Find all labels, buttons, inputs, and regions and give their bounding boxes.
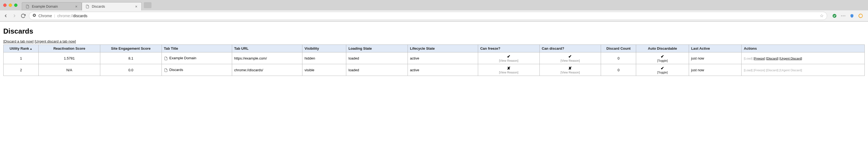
tab-strip: Example Domain × Discards ×	[22, 0, 152, 10]
tab-example-domain[interactable]: Example Domain ×	[22, 2, 82, 10]
tab-title-text: Example Domain	[169, 56, 196, 60]
col-can-freeze[interactable]: Can freeze?	[478, 45, 539, 52]
check-icon: ✔	[638, 66, 687, 71]
urgent-discard-action[interactable]: [Urgent Discard]	[779, 57, 802, 60]
col-tab-title[interactable]: Tab Title	[161, 45, 232, 52]
cell-last-active: just now	[689, 52, 742, 64]
window-minimize-button[interactable]	[9, 4, 12, 7]
extension-icon[interactable]	[832, 14, 837, 18]
window-close-button[interactable]	[3, 4, 6, 7]
discard-tab-now-link[interactable]: [Discard a tab now]	[3, 39, 33, 44]
top-actions: [Discard a tab now] [Urgent discard a ta…	[3, 39, 865, 44]
cell-discard-count: 0	[601, 64, 636, 76]
load-action: [Load]	[744, 69, 752, 72]
cell-can-freeze: ✘[View Reason]	[478, 64, 539, 76]
urgent-discard-tab-now-link[interactable]: [Urgent discard a tab now]	[35, 39, 76, 44]
back-button[interactable]	[3, 13, 9, 19]
view-reason-link[interactable]: [View Reason]	[542, 59, 599, 62]
cell-rank: 2	[4, 64, 39, 76]
svg-point-5	[844, 15, 845, 17]
toggle-link[interactable]: [Toggle]	[638, 71, 687, 74]
cell-visibility: hidden	[302, 52, 346, 64]
check-icon: ✔	[638, 54, 687, 59]
cell-tab-url: https://example.com/	[232, 52, 302, 64]
cell-engagement: 0.0	[100, 64, 161, 76]
col-auto-discardable[interactable]: Auto Discardable	[636, 45, 689, 52]
window-maximize-button[interactable]	[14, 4, 18, 7]
document-icon	[25, 4, 30, 9]
col-can-discard[interactable]: Can discard?	[539, 45, 601, 52]
tab-label: Example Domain	[32, 5, 58, 8]
cell-tab-url: chrome://discards/	[232, 64, 302, 76]
cell-can-discard: ✔[View Reason]	[539, 52, 601, 64]
bookmark-star-icon[interactable]: ☆	[820, 13, 824, 18]
cross-icon: ✘	[480, 66, 537, 71]
table-header-row: Utility Rank▲ Reactivation Score Site En…	[4, 45, 865, 52]
view-reason-link[interactable]: [View Reason]	[542, 71, 599, 74]
extension-icons	[830, 14, 865, 18]
cell-loading-state: loaded	[346, 64, 408, 76]
cell-discard-count: 0	[601, 52, 636, 64]
cell-auto-discardable: ✔[Toggle]	[636, 64, 689, 76]
cross-icon: ✘	[542, 66, 599, 71]
url-path: discards	[73, 14, 88, 18]
cell-visibility: visible	[302, 64, 346, 76]
col-actions[interactable]: Actions	[742, 45, 865, 52]
address-bar[interactable]: Chrome | chrome://discards ☆	[29, 12, 827, 20]
discard-action[interactable]: [Discard]	[766, 57, 778, 60]
page-content: Discards [Discard a tab now] [Urgent dis…	[0, 22, 868, 79]
col-site-engagement-score[interactable]: Site Engagement Score	[100, 45, 161, 52]
cell-auto-discardable: ✔[Toggle]	[636, 52, 689, 64]
forward-button[interactable]	[11, 13, 18, 19]
view-reason-link[interactable]: [View Reason]	[480, 59, 537, 62]
cell-actions: [Load] [Freeze] [Discard] [Urgent Discar…	[742, 64, 865, 76]
view-reason-link[interactable]: [View Reason]	[480, 71, 537, 74]
document-icon	[164, 56, 169, 60]
tab-title-text: Discards	[169, 68, 183, 72]
cell-lifecycle-state: active	[408, 52, 478, 64]
col-last-active[interactable]: Last Active	[689, 45, 742, 52]
extension-icon[interactable]	[841, 14, 846, 18]
svg-point-1	[34, 15, 35, 16]
col-tab-url[interactable]: Tab URL	[232, 45, 302, 52]
col-loading-state[interactable]: Loading State	[346, 45, 408, 52]
cell-can-freeze: ✔[View Reason]	[478, 52, 539, 64]
cell-tab-title: Discards	[161, 64, 232, 76]
browser-chrome: Example Domain × Discards ×	[0, 0, 868, 22]
chrome-badge-icon	[32, 14, 36, 18]
freeze-action[interactable]: [Freeze]	[753, 57, 765, 60]
urgent-discard-action: [Urgent Discard]	[779, 69, 802, 72]
close-icon[interactable]: ×	[74, 5, 78, 8]
url-host: chrome://	[57, 14, 73, 18]
window-controls	[3, 4, 18, 7]
cell-tab-title: Example Domain	[161, 52, 232, 64]
toggle-link[interactable]: [Toggle]	[638, 59, 687, 62]
url-divider: |	[54, 14, 55, 18]
col-discard-count[interactable]: Discard Count	[601, 45, 636, 52]
cell-reactivation: N/A	[39, 64, 100, 76]
check-icon: ✔	[542, 54, 599, 59]
cell-can-discard: ✘[View Reason]	[539, 64, 601, 76]
col-utility-rank[interactable]: Utility Rank▲	[4, 45, 39, 52]
extension-icon[interactable]	[858, 14, 863, 18]
table-row: 2N/A0.0Discardschrome://discards/visible…	[4, 64, 865, 76]
load-action: [Load]	[744, 57, 752, 60]
url-text: chrome://discards	[57, 14, 88, 18]
col-reactivation-score[interactable]: Reactivation Score	[39, 45, 100, 52]
freeze-action: [Freeze]	[753, 69, 765, 72]
document-icon	[85, 4, 90, 9]
check-icon: ✔	[480, 54, 537, 59]
toolbar: Chrome | chrome://discards ☆	[0, 10, 868, 21]
cell-last-active: just now	[689, 64, 742, 76]
close-icon[interactable]: ×	[134, 5, 138, 8]
col-visibility[interactable]: Visibility	[302, 45, 346, 52]
cell-lifecycle-state: active	[408, 64, 478, 76]
url-scheme-label: Chrome	[38, 14, 52, 18]
col-lifecycle-state[interactable]: Lifecycle State	[408, 45, 478, 52]
svg-point-4	[843, 15, 844, 17]
svg-point-3	[841, 15, 842, 17]
new-tab-button[interactable]	[144, 2, 152, 8]
reload-button[interactable]	[20, 13, 26, 19]
tab-discards[interactable]: Discards ×	[82, 2, 142, 10]
extension-icon[interactable]	[849, 14, 855, 18]
